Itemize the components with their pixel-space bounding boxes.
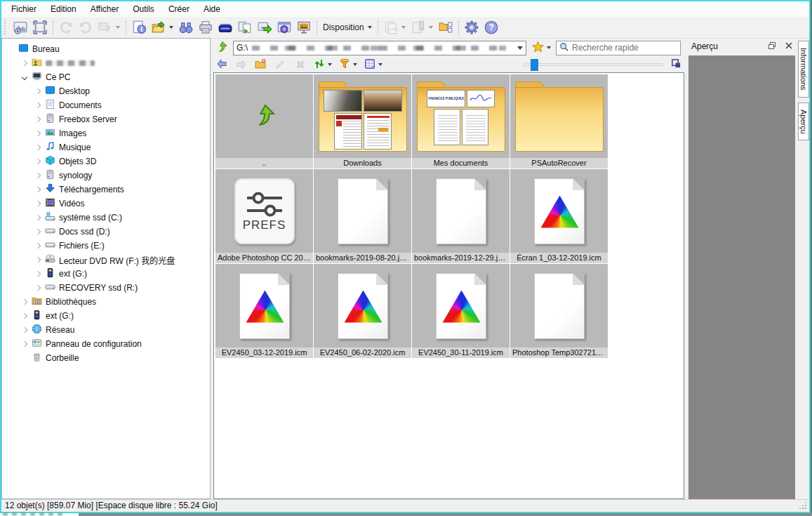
tree-item-images[interactable]: Images <box>2 126 210 140</box>
tree-item-vid-os[interactable]: Vidéos <box>2 197 210 211</box>
file-item[interactable]: Photoshop Temp3027211340 <box>510 264 608 358</box>
chevron-right-icon[interactable] <box>35 131 41 136</box>
tree-item-panneau-de-configuration[interactable]: Panneau de configuration <box>2 337 210 351</box>
slideshow-button[interactable] <box>294 18 314 37</box>
new-folder-button[interactable] <box>252 57 269 72</box>
up-one-level-button[interactable] <box>213 40 230 55</box>
chevron-right-icon[interactable] <box>35 102 41 108</box>
tree-item-objets-3d[interactable]: Objets 3D <box>2 154 210 168</box>
file-item[interactable]: Écran 1_03-12-2019.icm <box>510 169 608 263</box>
sort-button[interactable] <box>311 57 335 72</box>
chevron-right-icon[interactable] <box>35 145 41 150</box>
tree-item-desktop[interactable]: Desktop <box>2 84 210 98</box>
tree-item-documents[interactable]: Documents <box>2 98 210 112</box>
menu-creer[interactable]: Créer <box>161 2 197 16</box>
tree-item-musique[interactable]: Musique <box>2 140 210 154</box>
tree-item-synology[interactable]: synology <box>2 168 210 183</box>
address-combo[interactable]: G:\ <box>233 41 526 55</box>
favorites-button[interactable] <box>529 40 553 55</box>
chevron-right-icon[interactable] <box>22 327 27 333</box>
chevron-right-icon[interactable] <box>35 201 41 206</box>
fullscreen-button[interactable] <box>30 18 50 37</box>
tree-item-ext-g-[interactable]: ext (G:) <box>2 267 210 281</box>
chevron-right-icon[interactable] <box>35 173 41 178</box>
tree-item-recovery-ssd-r-[interactable]: RECOVERY ssd (R:) <box>2 281 210 295</box>
chevron-right-icon[interactable] <box>35 285 41 291</box>
menu-afficher[interactable]: Afficher <box>84 2 126 16</box>
toolbar-gripper[interactable] <box>4 20 8 35</box>
transform-button[interactable] <box>95 18 123 37</box>
file-item[interactable]: bookmarks-2019-12-29.json <box>412 169 510 263</box>
chevron-down-icon[interactable] <box>22 74 27 80</box>
chevron-right-icon[interactable] <box>35 159 41 164</box>
tree-item-fichiers-e-[interactable]: Fichiers (E:) <box>2 239 210 253</box>
rotate-left-button[interactable] <box>56 18 76 37</box>
disposition-button[interactable]: Disposition <box>320 18 375 37</box>
tree-item-redacted[interactable] <box>2 56 210 70</box>
chevron-right-icon[interactable] <box>35 187 41 192</box>
file-item[interactable]: FINANCES PUBLIQUESMes documents <box>412 74 510 168</box>
chevron-right-icon[interactable] <box>35 117 41 122</box>
file-item[interactable]: EV2450_06-02-2020.icm <box>314 264 411 358</box>
convert-button[interactable] <box>235 18 255 37</box>
menu-edition[interactable]: Edition <box>44 2 84 16</box>
print-button[interactable] <box>196 18 215 37</box>
tab-apercu[interactable]: Aperçu <box>798 102 809 141</box>
file-item[interactable]: PSAutoRecover <box>510 74 608 168</box>
tree-item-lecteur-dvd-rw-f-[interactable]: Lecteur DVD RW (F:) 我的光盘 <box>2 253 210 267</box>
file-item[interactable]: EV2450_30-11-2019.icm <box>412 264 510 358</box>
float-panel-button[interactable] <box>766 40 778 53</box>
tree-item-docs-ssd-d-[interactable]: Docs ssd (D:) <box>2 225 210 239</box>
tree-item-r-seau[interactable]: Réseau <box>2 323 210 337</box>
tree-item-bureau[interactable]: Bureau <box>2 42 210 56</box>
chevron-right-icon[interactable] <box>22 299 27 305</box>
view-mode-button[interactable] <box>361 57 385 72</box>
panel-toggle-button[interactable] <box>671 58 681 71</box>
close-panel-button[interactable] <box>783 40 795 53</box>
chevron-down-icon[interactable] <box>517 46 523 50</box>
chevron-right-icon[interactable] <box>22 313 27 319</box>
file-item[interactable]: Downloads <box>314 74 411 168</box>
export-button[interactable] <box>255 18 274 37</box>
bookmarks-button[interactable] <box>408 18 436 37</box>
menu-aide[interactable]: Aide <box>197 2 227 16</box>
file-item[interactable]: PREFSAdobe Photoshop CC 2019 Pr... <box>215 169 313 263</box>
file-item[interactable]: bookmarks-2019-08-20.json <box>314 169 411 263</box>
tree-item-ext-g-[interactable]: ext (G:) <box>2 309 210 323</box>
search-button[interactable] <box>176 18 196 37</box>
contact-sheet-button[interactable]: 1-5 <box>381 18 408 37</box>
tab-informations[interactable]: Informations <box>798 41 809 98</box>
search-input[interactable] <box>572 43 677 53</box>
folder-tree-button[interactable] <box>436 18 455 37</box>
chevron-right-icon[interactable] <box>35 243 41 249</box>
open-with-button[interactable] <box>149 18 176 37</box>
thumbnail-size-slider[interactable] <box>524 63 663 66</box>
rename-button[interactable] <box>270 57 289 72</box>
view-image-button[interactable] <box>11 18 30 37</box>
tree-item-freebox-server[interactable]: Freebox Server <box>2 112 210 126</box>
back-button[interactable] <box>213 57 230 72</box>
capture-button[interactable] <box>274 18 294 37</box>
slider-handle[interactable] <box>531 59 538 71</box>
properties-button[interactable]: i <box>129 18 149 37</box>
tree-item-corbeille[interactable]: Corbeille <box>2 351 210 365</box>
chevron-right-icon[interactable] <box>22 60 27 66</box>
chevron-right-icon[interactable] <box>35 88 41 94</box>
settings-button[interactable] <box>462 18 481 37</box>
menu-fichier[interactable]: Fichier <box>4 2 44 16</box>
menu-outils[interactable]: Outils <box>126 2 161 16</box>
chevron-right-icon[interactable] <box>35 257 41 263</box>
tree-item-ce-pc[interactable]: Ce PC <box>2 70 210 84</box>
file-item[interactable]: EV2450_03-12-2019.icm <box>215 264 313 358</box>
chevron-right-icon[interactable] <box>35 229 41 234</box>
chevron-right-icon[interactable] <box>35 215 41 220</box>
tree-item-syst-me-ssd-c-[interactable]: système ssd (C:) <box>2 211 210 225</box>
scan-button[interactable] <box>215 18 235 37</box>
forward-button[interactable] <box>232 57 251 72</box>
help-button[interactable]: ? <box>481 18 501 37</box>
rotate-right-button[interactable] <box>76 18 95 37</box>
delete-button[interactable] <box>291 57 310 72</box>
filter-button[interactable] <box>336 57 360 72</box>
resize-grip[interactable] <box>805 508 806 509</box>
tree-item-biblioth-ques[interactable]: Bibliothèques <box>2 295 210 309</box>
